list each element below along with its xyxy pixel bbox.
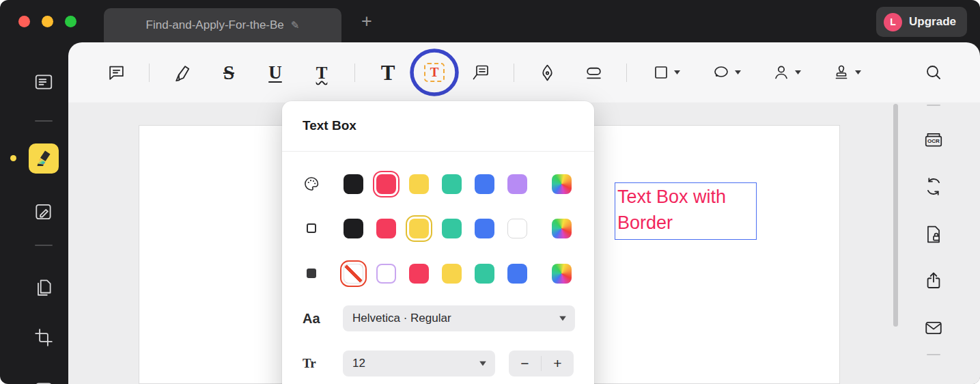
color-swatch[interactable]	[376, 174, 396, 194]
underline-icon: U	[268, 64, 282, 82]
tool-text-box-button[interactable]: T	[411, 53, 458, 92]
tool-callout-button[interactable]	[458, 53, 504, 92]
strikethrough-icon: S	[223, 63, 234, 83]
account-upgrade-area[interactable]: L Upgrade	[876, 7, 967, 37]
tool-signature-button[interactable]	[757, 53, 817, 92]
increase-font-size-button[interactable]: +	[542, 351, 574, 376]
tool-shapes-button[interactable]	[636, 53, 697, 92]
color-swatch[interactable]	[507, 219, 527, 238]
color-swatch[interactable]	[409, 264, 429, 284]
rectangle-shape-icon	[653, 64, 669, 81]
chevron-down-icon	[479, 361, 486, 366]
color-swatch[interactable]	[442, 219, 462, 238]
tool-freeform-button[interactable]	[697, 53, 757, 92]
sidebar-item-crop[interactable]	[29, 323, 59, 353]
comment-icon	[107, 64, 126, 82]
color-swatch[interactable]	[475, 174, 494, 194]
tool-highlight-button[interactable]	[159, 53, 206, 92]
permissions-button[interactable]	[920, 221, 947, 248]
ocr-button[interactable]: OCR	[920, 126, 947, 154]
color-swatch[interactable]	[376, 264, 396, 284]
highlighter-icon	[33, 148, 54, 169]
font-size-value: 12	[352, 357, 365, 370]
tool-pen-button[interactable]	[524, 53, 570, 92]
color-swatch[interactable]	[475, 264, 494, 284]
color-swatch[interactable]	[344, 219, 363, 238]
color-swatch[interactable]	[507, 174, 527, 194]
palette-icon	[303, 176, 320, 192]
color-swatch[interactable]	[344, 174, 363, 194]
share-button[interactable]	[920, 267, 947, 294]
mail-icon	[924, 318, 943, 338]
decrease-font-size-button[interactable]: −	[509, 351, 541, 376]
document-tab[interactable]: Find-and-Apply-For-the-Be ✎	[104, 8, 341, 42]
file-lock-icon	[924, 225, 943, 244]
sidebar-item-pages[interactable]	[29, 273, 59, 303]
sidebar-item-reader[interactable]	[29, 67, 59, 97]
mail-button[interactable]	[920, 314, 947, 342]
tool-strikethrough-button[interactable]: S	[206, 53, 252, 92]
tool-underline-button[interactable]: U	[252, 53, 298, 92]
highlight-pen-icon	[173, 64, 192, 82]
color-swatch[interactable]	[442, 174, 462, 194]
text-box-icon: T	[424, 63, 445, 82]
avatar[interactable]: L	[884, 13, 902, 31]
convert-icon	[924, 177, 943, 196]
upgrade-button[interactable]: Upgrade	[909, 15, 956, 29]
border-color-swatches	[344, 218, 572, 238]
callout-icon	[471, 63, 490, 82]
color-swatch[interactable]	[552, 219, 572, 238]
font-size-row: Tr 12 − +	[282, 351, 594, 376]
pages-icon	[33, 277, 54, 298]
eraser-icon	[585, 64, 603, 82]
pen-nib-icon	[538, 64, 557, 82]
color-swatch[interactable]	[552, 264, 572, 284]
oval-shape-icon	[712, 64, 730, 81]
color-swatch[interactable]	[552, 174, 572, 194]
stamp-icon	[832, 64, 850, 81]
new-tab-button[interactable]: +	[355, 10, 378, 33]
search-button[interactable]	[919, 57, 949, 87]
rename-icon[interactable]: ✎	[291, 19, 300, 31]
font-family-select[interactable]: Helvetica · Regular	[343, 305, 575, 331]
fill-square-icon	[303, 269, 320, 278]
active-indicator-dot	[10, 155, 16, 161]
color-swatch[interactable]	[442, 264, 462, 284]
tool-squiggly-underline-button[interactable]: T	[298, 53, 345, 92]
rail-divider	[927, 354, 940, 355]
crop-icon	[33, 327, 54, 348]
font-family-value: Helvetica · Regular	[352, 312, 451, 325]
color-swatch[interactable]	[475, 219, 494, 238]
tool-add-text-button[interactable]: T	[365, 53, 411, 92]
sidebar-divider	[35, 245, 53, 246]
share-icon	[924, 271, 943, 290]
tool-stamp-button[interactable]	[817, 53, 877, 92]
squiggly-underline-icon: T	[316, 64, 328, 81]
canvas-text-box[interactable]: Text Box with Border	[615, 182, 757, 240]
fill-color-row	[282, 263, 594, 284]
font-size-select[interactable]: 12	[343, 351, 495, 376]
minimize-window-button[interactable]	[42, 16, 53, 27]
color-swatch[interactable]	[376, 219, 396, 238]
sidebar-item-annotate[interactable]	[29, 143, 59, 174]
chevron-down-icon	[795, 70, 801, 74]
convert-button[interactable]	[920, 173, 947, 200]
popup-divider	[282, 151, 594, 152]
font-size-stepper: − +	[509, 351, 574, 376]
toolbar-divider	[354, 64, 355, 82]
sidebar-item-more[interactable]	[29, 376, 59, 384]
close-window-button[interactable]	[18, 16, 30, 27]
color-swatch[interactable]	[507, 264, 527, 284]
color-swatch[interactable]	[409, 219, 429, 238]
color-swatch[interactable]	[409, 174, 429, 194]
text-box-glyph: T	[430, 65, 439, 79]
sidebar-item-edit[interactable]	[29, 197, 59, 227]
content-panel: Text Box with Border S	[68, 42, 980, 384]
toolbar-divider	[149, 64, 150, 82]
text-color-row	[282, 174, 594, 194]
zoom-window-button[interactable]	[65, 16, 76, 27]
scrollbar-thumb[interactable]	[893, 104, 898, 327]
tool-comment-button[interactable]	[93, 53, 139, 92]
tool-eraser-button[interactable]	[570, 53, 617, 92]
color-swatch[interactable]	[344, 264, 363, 284]
